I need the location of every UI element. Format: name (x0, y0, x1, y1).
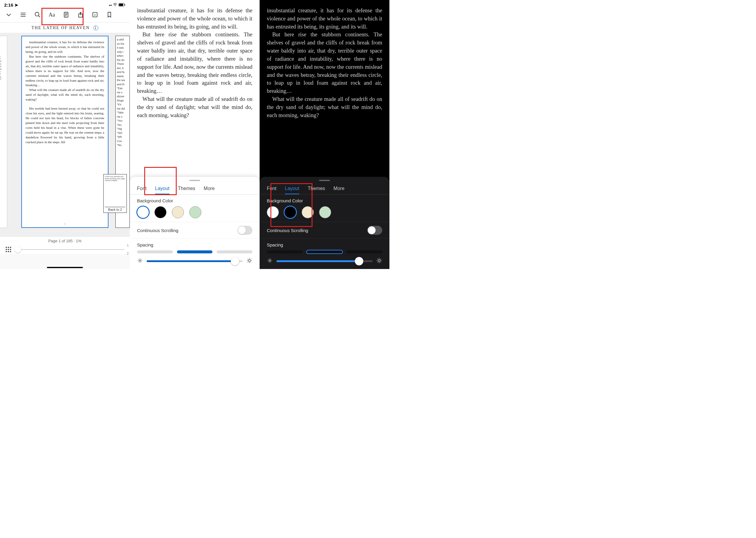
clock: 2:16 ➤ (4, 2, 18, 8)
svg-point-53 (378, 260, 380, 262)
svg-line-49 (268, 259, 269, 259)
svg-line-59 (380, 262, 381, 262)
svg-line-31 (139, 259, 139, 259)
background-color-swatches (137, 206, 252, 218)
tab-layout[interactable]: Layout (155, 184, 169, 194)
reader-toolbar: Aa x (0, 8, 130, 23)
bookmark-icon[interactable] (106, 11, 113, 18)
tab-layout[interactable]: Layout (285, 184, 299, 194)
swatch-green[interactable] (189, 206, 201, 218)
chevron-down-icon[interactable] (5, 11, 12, 18)
battery-icon (118, 3, 126, 8)
brightness-row (260, 254, 389, 269)
back-to-button[interactable]: Back to 2 (105, 207, 125, 211)
spacing-option-3[interactable] (217, 250, 252, 253)
brightness-high-icon (376, 258, 382, 265)
svg-rect-2 (119, 4, 123, 6)
tab-more[interactable]: More (334, 184, 345, 194)
tab-more[interactable]: More (204, 184, 215, 194)
svg-point-0 (115, 6, 115, 6)
swatch-white[interactable] (267, 206, 279, 218)
svg-rect-20 (6, 249, 7, 250)
spacing-label: Spacing (267, 242, 382, 247)
settings-sheet: Font Layout Themes More Background Color… (260, 177, 389, 269)
swatch-white[interactable] (137, 206, 149, 218)
svg-line-8 (38, 16, 40, 18)
tab-font[interactable]: Font (267, 184, 277, 194)
svg-rect-25 (10, 251, 11, 252)
swatch-black[interactable] (155, 206, 166, 218)
spacing-option-3[interactable] (346, 250, 382, 253)
spacing-option-1[interactable] (137, 250, 173, 253)
continuous-scrolling-label: Continuous Scrolling (137, 228, 178, 233)
spacing-option-1[interactable] (267, 250, 303, 253)
svg-line-61 (380, 259, 381, 259)
xray-icon[interactable]: x (92, 11, 98, 18)
spacing-label: Spacing (137, 242, 252, 247)
screenshot-reader-main: 2:16 ➤ ▪▪ Aa x THE LATHE OF HEAVEN i ns,… (0, 0, 130, 269)
sheet-grabber[interactable] (189, 180, 200, 181)
grid-view-icon[interactable] (5, 246, 11, 252)
sheet-grabber[interactable] (319, 180, 330, 181)
background-color-swatches (267, 206, 382, 218)
svg-rect-23 (6, 251, 7, 252)
svg-line-50 (271, 262, 271, 262)
prev-page-thumbnail[interactable]: ns,n aTo-it;en : II ugelyllyfishshinesBo… (0, 36, 7, 228)
home-indicator[interactable] (47, 267, 83, 268)
settings-tabs: Font Layout Themes More (260, 184, 389, 194)
page-progress-slider[interactable]: 1 2 (14, 245, 124, 254)
settings-sheet: Font Layout Themes More Background Color… (130, 177, 260, 269)
background-color-label: Background Color (137, 198, 252, 203)
current-page-thumbnail[interactable]: insubstantial creature, it has for its d… (21, 36, 108, 228)
continuous-scrolling-toggle[interactable] (237, 226, 252, 235)
page-thumbnail-strip[interactable]: ns,n aTo-it;en : II ugelyllyfishshinesBo… (0, 33, 130, 237)
spacing-option-2[interactable] (307, 250, 343, 253)
svg-rect-19 (10, 247, 11, 248)
brightness-slider[interactable] (147, 260, 243, 262)
svg-rect-21 (8, 249, 9, 250)
settings-tabs: Font Layout Themes More (130, 184, 260, 194)
svg-point-35 (248, 260, 251, 262)
tab-themes[interactable]: Themes (178, 184, 195, 194)
swatch-sepia[interactable] (302, 206, 314, 218)
svg-line-58 (377, 259, 378, 259)
reading-text: insubstantial creature, it has for its d… (260, 0, 389, 126)
book-title-bar: THE LATHE OF HEAVEN i (0, 23, 130, 33)
font-size-icon[interactable]: Aa (49, 11, 55, 18)
page-icon[interactable] (63, 11, 69, 18)
tab-font[interactable]: Font (137, 184, 147, 194)
status-icons: ▪▪ (109, 3, 126, 8)
svg-rect-17 (6, 247, 7, 248)
swatch-black[interactable] (284, 206, 296, 218)
svg-line-32 (141, 262, 142, 262)
svg-rect-3 (125, 4, 125, 5)
book-title: THE LATHE OF HEAVEN (31, 26, 90, 30)
signal-icon: ▪▪ (109, 3, 112, 8)
screenshot-layout-light: insubstantial creature, it has for its d… (130, 0, 260, 269)
page-preview-popup[interactable]: Lorem tiny preview text block showing pr… (103, 174, 127, 213)
search-icon[interactable] (34, 11, 41, 18)
menu-icon[interactable] (20, 11, 27, 18)
svg-text:x: x (94, 13, 95, 17)
svg-point-44 (269, 260, 271, 261)
brightness-slider[interactable] (277, 260, 373, 262)
swatch-green[interactable] (319, 206, 331, 218)
svg-line-60 (377, 262, 378, 262)
svg-line-40 (248, 259, 248, 259)
swatch-sepia[interactable] (172, 206, 184, 218)
svg-line-43 (251, 259, 251, 259)
svg-point-7 (35, 12, 39, 16)
svg-rect-24 (8, 251, 9, 252)
continuous-scrolling-toggle[interactable] (367, 226, 382, 235)
svg-line-33 (139, 262, 139, 262)
continuous-scrolling-label: Continuous Scrolling (267, 228, 308, 233)
spacing-option-2[interactable] (177, 250, 213, 253)
spacing-options (137, 250, 252, 253)
spacing-options (267, 250, 382, 253)
tab-themes[interactable]: Themes (308, 184, 325, 194)
svg-line-51 (268, 262, 269, 262)
svg-line-34 (141, 259, 142, 259)
thumb-page-number: 1 (64, 222, 66, 226)
info-icon[interactable]: i (94, 26, 98, 30)
share-icon[interactable] (77, 11, 84, 18)
